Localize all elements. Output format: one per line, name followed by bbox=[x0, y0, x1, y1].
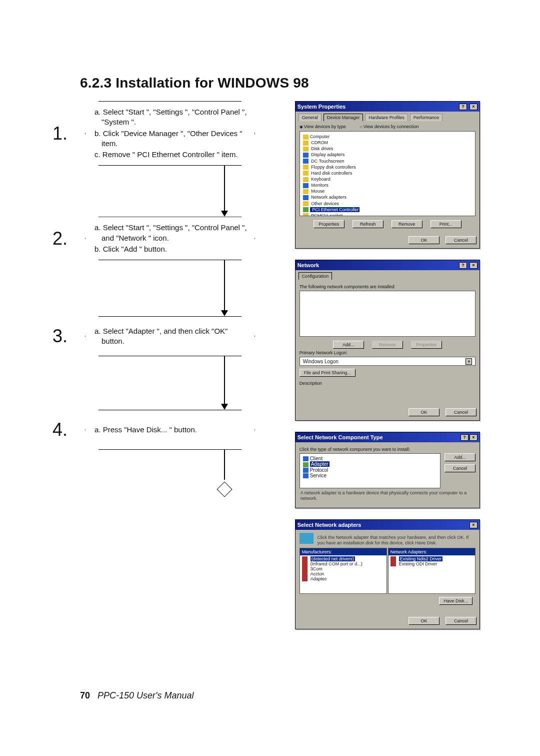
file-print-sharing-button[interactable]: File and Print Sharing... bbox=[300, 369, 356, 377]
manufacturers-listbox[interactable]: Manufacturers: (detected net drivers)(In… bbox=[300, 548, 387, 594]
list-item[interactable]: (Infrared COM port or d...) bbox=[302, 561, 384, 566]
tab-performance[interactable]: Performance bbox=[410, 114, 443, 121]
print-button[interactable]: Print... bbox=[430, 220, 462, 228]
titlebar: Network ? × bbox=[296, 260, 480, 270]
ok-button[interactable]: OK bbox=[408, 236, 440, 244]
tab-device-manager[interactable]: Device Manager bbox=[324, 114, 364, 121]
tree-item[interactable]: Network adapters bbox=[303, 194, 472, 200]
window-title: System Properties bbox=[298, 104, 346, 110]
radio-by-connection[interactable]: View devices by connection bbox=[360, 124, 418, 129]
tree-item[interactable]: Floppy disk controllers bbox=[303, 164, 472, 170]
help-icon[interactable]: ? bbox=[459, 262, 467, 269]
close-icon[interactable]: × bbox=[470, 262, 478, 269]
description-label: Description bbox=[300, 381, 476, 386]
instruction-text: Click the Network adapter that matches y… bbox=[316, 533, 476, 548]
component-icon bbox=[303, 462, 308, 467]
tree-item[interactable]: Other devices bbox=[303, 201, 472, 207]
cancel-button[interactable]: Cancel bbox=[446, 617, 476, 625]
adapters-listbox[interactable]: Network Adapters: Existing Ndis2 DriverE… bbox=[388, 548, 476, 594]
list-item[interactable]: Adapter bbox=[303, 461, 437, 467]
list-item[interactable]: Protocol bbox=[303, 467, 437, 473]
tree-item[interactable]: Display adapters bbox=[303, 152, 472, 158]
cancel-button[interactable]: Cancel bbox=[446, 408, 476, 416]
tree-item[interactable]: Disk drives bbox=[303, 146, 472, 152]
help-icon[interactable]: ? bbox=[460, 434, 468, 441]
step-line: a. Select "Start ", "Settings ", "Contro… bbox=[94, 107, 248, 128]
adapter-icon bbox=[300, 533, 314, 544]
tree-item[interactable]: Mouse bbox=[303, 188, 472, 194]
tree-item[interactable]: CDROM bbox=[303, 140, 472, 146]
step-line: a. Select "Adapter ", and then click "OK… bbox=[94, 326, 248, 347]
list-item[interactable]: Existing Ndis2 Driver bbox=[390, 556, 473, 561]
tree-item[interactable]: PCMCIA socket bbox=[303, 213, 472, 216]
tree-buttons: Properties Refresh Remove Print... bbox=[300, 220, 476, 228]
logon-value: Windows Logon bbox=[303, 359, 338, 364]
vendor-icon bbox=[302, 571, 308, 576]
help-icon[interactable]: ? bbox=[459, 104, 467, 110]
components-label: The following network components are ins… bbox=[300, 284, 476, 289]
device-icon bbox=[303, 159, 308, 164]
ok-button[interactable]: OK bbox=[408, 408, 440, 416]
list-item[interactable]: 3Com bbox=[302, 566, 384, 571]
step-line: b. Click "Device Manager ", "Other Devic… bbox=[94, 129, 248, 149]
properties-button: Properties bbox=[411, 341, 442, 349]
radio-by-type[interactable]: View devices by type bbox=[300, 124, 346, 129]
logon-label: Primary Network Logon: bbox=[300, 350, 476, 355]
step-number: 4. bbox=[52, 419, 68, 440]
list-item[interactable]: Client bbox=[303, 456, 437, 461]
add-button[interactable]: Add... bbox=[333, 341, 364, 349]
step-box: a. Select "Start ", "Settings ", "Contro… bbox=[85, 101, 255, 166]
list-item[interactable]: (detected net drivers) bbox=[302, 556, 384, 561]
logon-dropdown[interactable]: Windows Logon ▾ bbox=[300, 357, 476, 366]
list-item[interactable]: Accton bbox=[302, 571, 384, 576]
tab-general[interactable]: General bbox=[298, 114, 322, 121]
arrow-down bbox=[169, 260, 280, 316]
chevron-down-icon[interactable]: ▾ bbox=[466, 358, 472, 365]
components-listbox[interactable] bbox=[300, 291, 476, 337]
ok-button[interactable]: OK bbox=[408, 617, 440, 625]
list-item[interactable]: Existing ODI Driver bbox=[390, 561, 473, 566]
step-number: 2. bbox=[52, 228, 68, 249]
titlebar: System Properties ? × bbox=[296, 102, 480, 112]
tree-item[interactable]: DC Touchscreen bbox=[303, 158, 472, 164]
close-icon[interactable]: × bbox=[470, 434, 478, 441]
remove-button[interactable]: Remove bbox=[392, 220, 422, 228]
vendor-icon bbox=[302, 556, 308, 561]
arrow-down bbox=[169, 166, 280, 217]
content-columns: 1. a. Select "Start ", "Settings ", "Con… bbox=[80, 101, 480, 629]
list-item[interactable]: Adaptec bbox=[302, 576, 384, 581]
step-box: a. Select "Start ", "Settings ", "Contro… bbox=[85, 217, 255, 260]
arrow-down bbox=[169, 356, 280, 410]
tree-item[interactable]: Monitors bbox=[303, 182, 472, 188]
add-button[interactable]: Add... bbox=[444, 453, 476, 461]
cancel-button[interactable]: Cancel bbox=[444, 464, 476, 472]
cancel-button[interactable]: Cancel bbox=[446, 236, 476, 244]
adapters-header: Network Adapters: bbox=[388, 548, 475, 555]
tabstrip: General Device Manager Hardware Profiles… bbox=[296, 112, 480, 121]
device-icon bbox=[303, 147, 308, 152]
window-title: Network bbox=[298, 262, 319, 268]
step-line: c. Remove " PCI Ethernet Controller " it… bbox=[94, 150, 248, 160]
tree-item[interactable]: Computer bbox=[303, 134, 472, 140]
have-disk-button[interactable]: Have Disk... bbox=[439, 597, 472, 605]
device-icon bbox=[303, 141, 308, 146]
close-icon[interactable]: × bbox=[470, 104, 478, 110]
device-icon bbox=[303, 177, 308, 182]
list-item[interactable]: Service bbox=[303, 473, 437, 478]
window-controls: ? × bbox=[458, 103, 478, 110]
device-icon bbox=[303, 165, 308, 170]
window-title: Select Network adapters bbox=[298, 522, 362, 528]
refresh-button[interactable]: Refresh bbox=[352, 220, 384, 228]
component-listbox[interactable]: ClientAdapterProtocolService bbox=[300, 453, 440, 488]
system-properties-dialog: System Properties ? × General Device Man… bbox=[295, 101, 480, 249]
tree-item[interactable]: PCI Ethernet Controller bbox=[303, 207, 472, 213]
tab-hardware-profiles[interactable]: Hardware Profiles bbox=[365, 114, 408, 121]
device-icon bbox=[303, 195, 308, 200]
tab-configuration[interactable]: Configuration bbox=[298, 272, 332, 280]
tree-item[interactable]: Hard disk controllers bbox=[303, 170, 472, 176]
manufacturers-header: Manufacturers: bbox=[300, 548, 386, 555]
close-icon[interactable]: × bbox=[470, 522, 478, 528]
tree-item[interactable]: Keyboard bbox=[303, 176, 472, 182]
device-tree[interactable]: Computer CDROM Disk drives Display adapt… bbox=[300, 131, 476, 216]
properties-button[interactable]: Properties bbox=[314, 220, 344, 228]
